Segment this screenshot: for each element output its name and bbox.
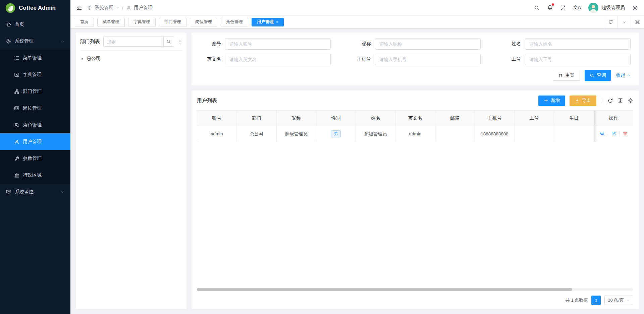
cell-birthday xyxy=(554,126,593,142)
column-header-birthday[interactable]: 生日 xyxy=(554,110,593,126)
table-settings-gear-icon[interactable] xyxy=(628,98,633,104)
pagination: 共 1 条数据 1 10 条/页 xyxy=(197,292,633,305)
sidebar-item-label: 部门管理 xyxy=(23,88,42,95)
toolbar-divider xyxy=(602,98,602,103)
department-search-button[interactable] xyxy=(163,37,174,47)
add-user-button[interactable]: 新增 xyxy=(538,96,565,106)
sidebar-item-label: 参数管理 xyxy=(23,155,42,162)
add-button-label: 新增 xyxy=(551,98,560,104)
sidebar-item-label: 菜单管理 xyxy=(23,55,42,61)
delete-icon[interactable] xyxy=(623,131,628,136)
tree-node-root[interactable]: 总公司 xyxy=(80,55,182,63)
user-menu[interactable]: 超级管理员 xyxy=(588,3,625,13)
breadcrumb-level1[interactable]: 系统管理 xyxy=(95,5,113,11)
column-header-account[interactable]: 账号 xyxy=(197,110,236,126)
query-button[interactable]: 查询 xyxy=(585,70,611,81)
cell-account: admin xyxy=(197,126,236,142)
export-button[interactable]: 导出 xyxy=(570,96,596,106)
column-header-email[interactable]: 邮箱 xyxy=(435,110,475,126)
translate-icon[interactable]: 文A xyxy=(573,5,581,11)
user-table: 账号 部门 昵称 性别 姓名 英文名 邮箱 手机号 工号 生日 操作 xyxy=(197,110,633,142)
tab-label: 菜单管理 xyxy=(103,19,119,25)
cell-gender: 男 xyxy=(316,126,356,142)
name-input[interactable] xyxy=(525,38,631,50)
settings-gear-icon[interactable] xyxy=(632,5,638,11)
tab-label: 用户管理 xyxy=(257,19,274,25)
column-header-gender[interactable]: 性别 xyxy=(316,110,356,126)
filter-form: 账号 昵称 姓名 英文名 xyxy=(200,38,631,65)
tab-department-management[interactable]: 部门管理 xyxy=(159,18,186,26)
tab-bar: 首页 菜单管理 字典管理 部门管理 岗位管理 角色管理 用户管理 × xyxy=(70,16,644,28)
sidebar-item-department-management[interactable]: 部门管理 xyxy=(0,83,70,100)
cell-job-number xyxy=(514,126,554,142)
reset-button[interactable]: 重置 xyxy=(553,70,580,81)
edit-icon[interactable] xyxy=(611,131,616,136)
table-row[interactable]: admin 总公司 超级管理员 男 超级管理员 admin 1888888888… xyxy=(197,126,633,142)
row-height-icon[interactable] xyxy=(618,98,623,104)
account-input[interactable] xyxy=(225,38,331,50)
action-divider xyxy=(608,131,608,136)
column-header-nickname[interactable]: 昵称 xyxy=(276,110,316,126)
sidebar-item-menu-management[interactable]: 菜单管理 xyxy=(0,50,70,66)
refresh-icon[interactable] xyxy=(604,16,617,28)
column-header-name[interactable]: 姓名 xyxy=(356,110,395,126)
caret-right-icon[interactable] xyxy=(80,57,84,61)
nickname-input[interactable] xyxy=(375,38,481,50)
job-number-input[interactable] xyxy=(525,54,631,65)
sidebar: Coffee Admin 首页 系统管理 菜单管理 字典管理 xyxy=(0,0,70,314)
department-icon xyxy=(14,89,19,94)
tab-tools xyxy=(604,16,644,28)
maximize-icon[interactable] xyxy=(631,16,644,28)
notifications-button[interactable] xyxy=(547,4,553,11)
column-header-phone[interactable]: 手机号 xyxy=(475,110,514,126)
tab-home[interactable]: 首页 xyxy=(75,18,94,26)
app-logo[interactable]: Coffee Admin xyxy=(0,0,70,16)
tab-post-management[interactable]: 岗位管理 xyxy=(190,18,217,26)
sidebar-group-label: 系统监控 xyxy=(15,189,34,195)
page-size-select[interactable]: 10 条/页 xyxy=(604,296,633,305)
department-search-input[interactable] xyxy=(103,37,163,47)
english-name-input[interactable] xyxy=(225,54,331,65)
page-number-button[interactable]: 1 xyxy=(591,296,601,305)
sidebar-item-administrative-region[interactable]: 行政区域 xyxy=(0,167,70,184)
breadcrumb: 系统管理 / 用户管理 xyxy=(87,5,153,11)
chevron-down-icon[interactable] xyxy=(116,6,119,9)
field-label: 英文名 xyxy=(200,56,221,62)
column-header-department[interactable]: 部门 xyxy=(236,110,276,126)
more-dots-icon[interactable] xyxy=(177,39,182,44)
home-icon xyxy=(6,22,11,27)
search-icon[interactable] xyxy=(534,5,540,11)
collapse-filter-link[interactable]: 收起 xyxy=(616,72,631,78)
horizontal-scrollbar-thumb[interactable] xyxy=(197,288,572,291)
tab-dictionary-management[interactable]: 字典管理 xyxy=(128,18,156,26)
department-panel: 部门列表 总公司 xyxy=(76,33,186,309)
user-table-card: 用户列表 新增 导出 xyxy=(192,90,639,309)
column-header-english-name[interactable]: 英文名 xyxy=(395,110,435,126)
chevron-down-icon[interactable] xyxy=(617,16,631,28)
page-size-value: 10 条/页 xyxy=(608,297,624,303)
sidebar-item-dictionary-management[interactable]: 字典管理 xyxy=(0,66,70,83)
cell-actions xyxy=(594,126,633,142)
view-icon[interactable] xyxy=(600,131,605,136)
filter-field-phone: 手机号 xyxy=(350,54,481,65)
column-header-job-number[interactable]: 工号 xyxy=(514,110,554,126)
close-icon[interactable]: × xyxy=(276,20,278,24)
refresh-icon[interactable] xyxy=(607,98,613,104)
search-icon xyxy=(590,73,594,78)
sidebar-item-label: 字典管理 xyxy=(23,72,42,78)
sidebar-item-post-management[interactable]: 岗位管理 xyxy=(0,100,70,117)
sidebar-item-role-management[interactable]: 角色管理 xyxy=(0,117,70,133)
sidebar-item-parameter-management[interactable]: 参数管理 xyxy=(0,150,70,167)
sidebar-group-system-management[interactable]: 系统管理 xyxy=(0,33,70,50)
fullscreen-icon[interactable] xyxy=(560,5,566,11)
tab-role-management[interactable]: 角色管理 xyxy=(221,18,248,26)
sidebar-group-system-monitor[interactable]: 系统监控 xyxy=(0,184,70,200)
phone-input[interactable] xyxy=(375,54,481,65)
sidebar-item-home[interactable]: 首页 xyxy=(0,16,70,33)
tab-menu-management[interactable]: 菜单管理 xyxy=(97,18,125,26)
sidebar-collapse-icon[interactable] xyxy=(76,5,82,11)
app-root: Coffee Admin 首页 系统管理 菜单管理 字典管理 xyxy=(0,0,644,314)
tab-user-management[interactable]: 用户管理 × xyxy=(252,18,284,26)
parameter-icon xyxy=(14,156,19,161)
sidebar-item-user-management[interactable]: 用户管理 xyxy=(0,133,70,150)
